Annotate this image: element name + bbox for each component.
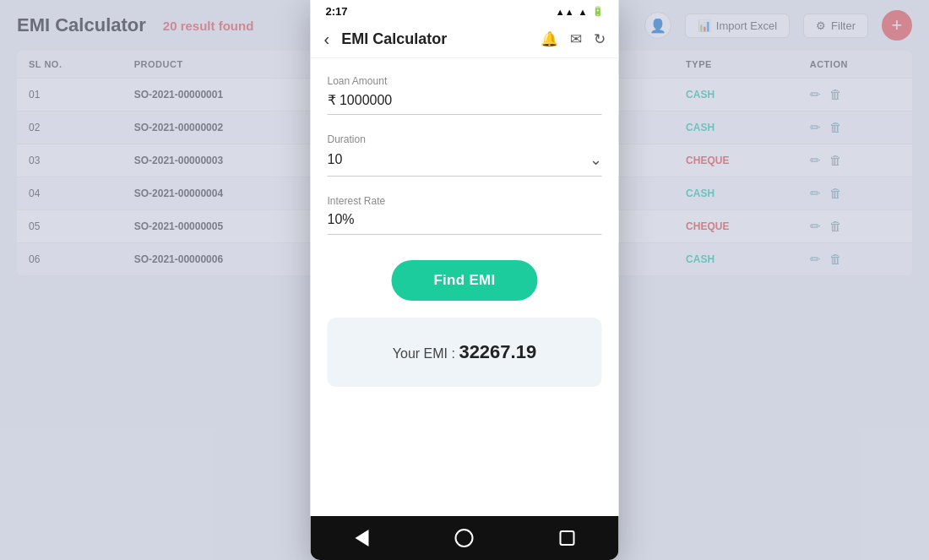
recent-square-icon (560, 530, 575, 546)
interest-rate-input[interactable] (328, 212, 602, 235)
loan-amount-input[interactable] (328, 92, 602, 115)
find-emi-button[interactable]: Find EMI (391, 260, 537, 301)
emi-prefix-text: Your EMI : (393, 346, 459, 361)
wifi-icon: ▲ (579, 7, 588, 17)
loan-amount-label: Loan Amount (328, 75, 602, 87)
emi-result-box: Your EMI : 32267.19 (328, 318, 602, 387)
phone-modal: 2:17 ▲▲ ▲ 🔋 ‹ EMI Calculator 🔔 ✉ ↻ Loan … (311, 0, 619, 560)
emi-result-prefix: Your EMI : 32267.19 (393, 346, 536, 361)
loan-amount-field: Loan Amount (328, 75, 602, 115)
status-bar: 2:17 ▲▲ ▲ 🔋 (311, 0, 619, 21)
nav-home-button[interactable] (448, 521, 481, 555)
interest-rate-label: Interest Rate (328, 195, 602, 207)
refresh-icon[interactable]: ↻ (594, 30, 606, 48)
duration-label: Duration (328, 133, 602, 145)
app-title: EMI Calculator (341, 30, 528, 48)
bell-icon[interactable]: 🔔 (541, 30, 558, 48)
status-icons: ▲▲ ▲ 🔋 (556, 6, 604, 17)
back-triangle-icon (355, 530, 368, 546)
battery-icon: 🔋 (592, 6, 604, 17)
back-button[interactable]: ‹ (324, 30, 330, 49)
chevron-down-icon: ⌄ (589, 150, 602, 169)
duration-value: 10 (328, 152, 343, 167)
interest-rate-field: Interest Rate (328, 195, 602, 235)
home-circle-icon (455, 529, 474, 547)
status-time: 2:17 (326, 5, 348, 18)
emi-result-value: 32267.19 (459, 341, 536, 362)
signal-icon: ▲▲ (556, 7, 574, 17)
nav-recent-button[interactable] (551, 521, 584, 555)
duration-field: Duration 10 ⌄ (328, 133, 602, 177)
duration-dropdown[interactable]: 10 ⌄ (328, 150, 602, 177)
app-header: ‹ EMI Calculator 🔔 ✉ ↻ (311, 21, 619, 58)
bottom-nav (311, 516, 619, 560)
header-icons: 🔔 ✉ ↻ (541, 30, 606, 48)
mail-icon[interactable]: ✉ (570, 30, 582, 48)
nav-back-button[interactable] (345, 521, 378, 555)
app-content: Loan Amount Duration 10 ⌄ Interest Rate … (311, 58, 619, 516)
